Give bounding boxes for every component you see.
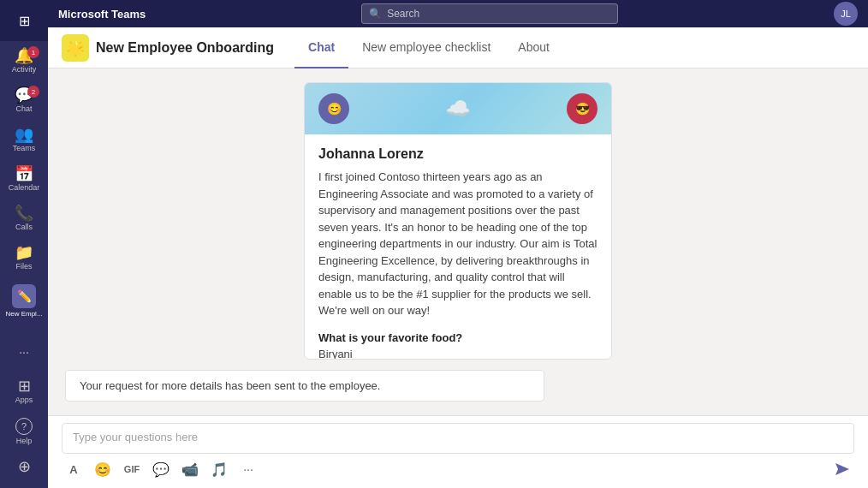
sidebar: ⊞ 1 🔔 Activity 2 💬 Chat 👥 Teams 📅 Calend… bbox=[0, 0, 48, 488]
sidebar-item-newemployee[interactable]: ✏️ New Empl... bbox=[0, 277, 48, 324]
sidebar-item-label: Help bbox=[16, 437, 33, 445]
gif-icon[interactable]: GIF bbox=[120, 457, 144, 481]
activity-badge: 1 bbox=[27, 46, 39, 58]
sidebar-item-teams[interactable]: 👥 Teams bbox=[0, 120, 48, 159]
sidebar-item-help[interactable]: ? Help bbox=[0, 411, 48, 452]
sidebar-item-files[interactable]: 📁 Files bbox=[0, 238, 48, 277]
input-placeholder: Type your questions here bbox=[73, 431, 198, 443]
teams-icon: 👥 bbox=[15, 127, 33, 142]
sidebar-item-label: Files bbox=[15, 262, 32, 271]
sidebar-item-calls[interactable]: 📞 Calls bbox=[0, 199, 48, 238]
sidebar-item-label: New Empl... bbox=[5, 310, 42, 318]
files-icon: 📁 bbox=[15, 245, 33, 260]
tab-about[interactable]: About bbox=[504, 27, 563, 68]
sidebar-item-more[interactable]: ··· bbox=[0, 339, 48, 365]
newemployee-icon: ✏️ bbox=[12, 284, 36, 308]
sidebar-item-apps[interactable]: ⊞ Apps bbox=[0, 372, 48, 411]
sidebar-item-label: Teams bbox=[13, 144, 36, 152]
app-title: Microsoft Teams bbox=[58, 8, 146, 21]
message-input[interactable]: Type your questions here bbox=[62, 423, 854, 454]
titlebar: Microsoft Teams 🔍 Search JL bbox=[48, 0, 868, 27]
sidebar-top: ⊞ bbox=[0, 0, 48, 41]
more-icon: ··· bbox=[19, 346, 29, 358]
search-icon: 🔍 bbox=[369, 8, 382, 20]
tab-checklist[interactable]: New employee checklist bbox=[348, 27, 504, 68]
chat-badge: 2 bbox=[27, 86, 39, 98]
add-icon: ⊕ bbox=[18, 459, 31, 474]
main-area: Microsoft Teams 🔍 Search JL 🌟 New Employ… bbox=[48, 0, 868, 488]
format-text-icon[interactable]: A bbox=[62, 457, 86, 481]
channel-name: New Employee Onboarding bbox=[96, 40, 274, 56]
profile-card: 😊 ☁️ 😎 Johanna Lorenz I first joined Con… bbox=[304, 82, 612, 360]
tab-chat[interactable]: Chat bbox=[294, 27, 348, 68]
sidebar-item-label: Apps bbox=[15, 396, 33, 404]
sidebar-item-label: Calls bbox=[15, 223, 33, 231]
person-bio: I first joined Contoso thirteen years ag… bbox=[318, 169, 597, 319]
search-placeholder: Search bbox=[387, 8, 419, 20]
card-body: Johanna Lorenz I first joined Contoso th… bbox=[305, 134, 611, 360]
card-banner: 😊 ☁️ 😎 bbox=[305, 83, 611, 134]
content-area: 😊 ☁️ 😎 Johanna Lorenz I first joined Con… bbox=[48, 68, 868, 415]
calendar-icon: 📅 bbox=[15, 166, 33, 182]
channel-tabs: Chat New employee checklist About bbox=[294, 27, 563, 68]
answer-1: Biryani bbox=[318, 348, 597, 360]
status-text: Your request for more details has been s… bbox=[80, 379, 380, 392]
question-1: What is your favorite food? bbox=[318, 331, 597, 344]
card-avatar-right: 😎 bbox=[567, 93, 597, 124]
apps-icon: ⊞ bbox=[18, 378, 31, 394]
more-options-icon[interactable]: ··· bbox=[236, 457, 260, 481]
status-message: Your request for more details has been s… bbox=[65, 370, 544, 402]
channel-emoji: 🌟 bbox=[66, 39, 85, 57]
app-grid-icon[interactable]: ⊞ bbox=[19, 13, 30, 29]
emoji-icon[interactable]: 😊 bbox=[91, 457, 115, 481]
sidebar-item-activity[interactable]: 1 🔔 Activity bbox=[0, 41, 48, 80]
search-box[interactable]: 🔍 Search bbox=[361, 3, 618, 24]
avatar-emoji-left: 😊 bbox=[327, 102, 342, 116]
input-toolbar: A 😊 GIF 💬 📹 🎵 ··· bbox=[48, 454, 868, 488]
help-icon: ? bbox=[15, 418, 33, 435]
sidebar-item-label: Chat bbox=[15, 104, 32, 113]
sidebar-item-label: Activity bbox=[12, 65, 37, 74]
sidebar-item-chat[interactable]: 2 💬 Chat bbox=[0, 80, 48, 120]
cloud-icon: ☁️ bbox=[445, 97, 471, 121]
person-name: Johanna Lorenz bbox=[318, 146, 597, 162]
user-avatar[interactable]: JL bbox=[834, 2, 858, 26]
audio-icon[interactable]: 🎵 bbox=[207, 457, 231, 481]
sidebar-item-calendar[interactable]: 📅 Calendar bbox=[0, 159, 48, 199]
meet-icon[interactable]: 📹 bbox=[178, 457, 202, 481]
channel-icon: 🌟 bbox=[62, 34, 89, 62]
avatar-emoji-right: 😎 bbox=[575, 102, 590, 116]
channel-header: 🌟 New Employee Onboarding Chat New emplo… bbox=[48, 27, 868, 68]
send-button[interactable] bbox=[830, 457, 854, 481]
sidebar-item-label: Calendar bbox=[9, 183, 40, 192]
input-area: Type your questions here A 😊 GIF 💬 📹 🎵 ·… bbox=[48, 415, 868, 488]
card-avatar-left: 😊 bbox=[318, 93, 349, 124]
sticker-icon[interactable]: 💬 bbox=[149, 457, 173, 481]
calls-icon: 📞 bbox=[15, 205, 33, 221]
sidebar-item-add[interactable]: ⊕ bbox=[0, 452, 48, 481]
